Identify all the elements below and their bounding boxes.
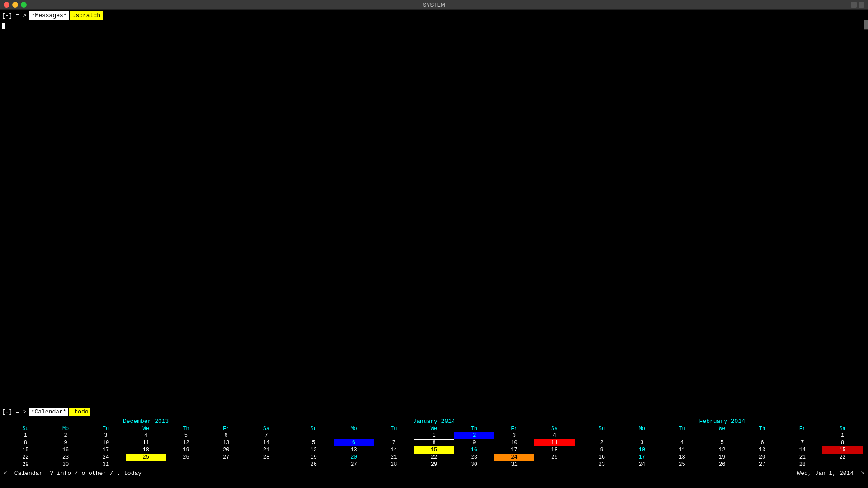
minimize-button[interactable]	[12, 2, 18, 8]
cal-cell[interactable]: 12	[293, 446, 334, 454]
cal-cell[interactable]: 28	[246, 454, 287, 461]
cal-cell[interactable]: 20	[742, 454, 783, 461]
cal-cell[interactable]: 1	[822, 432, 863, 439]
cal-cell[interactable]: 3	[494, 432, 534, 439]
cal-nav-prev[interactable]: <	[4, 470, 7, 477]
cal-cell[interactable]: 19	[293, 454, 334, 461]
cal-cell[interactable]: 2	[582, 439, 622, 446]
cal-cell[interactable]: 15	[5, 446, 46, 454]
cal-cell[interactable]: 30	[454, 461, 494, 468]
cal-cell[interactable]: 4	[126, 432, 166, 439]
cal-cell[interactable]: 14	[782, 446, 822, 454]
cal-cell[interactable]: 13	[334, 446, 374, 454]
cal-cell[interactable]: 22	[822, 454, 863, 461]
cal-cell[interactable]: 25	[534, 454, 575, 461]
cal-cell-jan2[interactable]: 2	[454, 432, 494, 439]
cal-cell-feb15[interactable]: 15	[822, 446, 863, 454]
cal-cell[interactable]: 27	[206, 454, 246, 461]
cal-cell[interactable]: 18	[126, 446, 166, 454]
cal-cell[interactable]: 26	[166, 454, 206, 461]
cal-cell[interactable]: 21	[782, 454, 822, 461]
cal-cell[interactable]: 10	[86, 439, 126, 446]
cal-cell[interactable]: 18	[534, 446, 575, 454]
cal-cell[interactable]: 11	[126, 439, 166, 446]
cal-cell[interactable]: 25	[662, 461, 702, 468]
cal-cell[interactable]: 1	[5, 432, 46, 439]
tab-messages[interactable]: *Messages*	[29, 11, 69, 20]
cal-cell[interactable]: 8	[414, 439, 454, 446]
scrollbar-thumb[interactable]	[864, 20, 868, 29]
cal-cell-dec25[interactable]: 25	[126, 454, 166, 461]
cal-cell-feb17[interactable]: 17	[622, 454, 662, 461]
maximize-button[interactable]	[21, 2, 27, 8]
cal-cell[interactable]: 9	[582, 446, 622, 454]
cal-cell[interactable]: 28	[374, 461, 414, 468]
cal-cell[interactable]: 30	[46, 461, 86, 468]
cal-cell[interactable]: 22	[414, 454, 454, 461]
cal-cell[interactable]: 12	[702, 446, 742, 454]
cal-cell[interactable]: 18	[662, 454, 702, 461]
cal-cell[interactable]: 8	[5, 439, 46, 446]
cal-cell[interactable]: 11	[662, 446, 702, 454]
cal-cell[interactable]: 10	[494, 439, 534, 446]
cal-cell[interactable]: 19	[702, 454, 742, 461]
cal-cell[interactable]: 2	[46, 432, 86, 439]
cal-cell[interactable]: 24	[622, 461, 662, 468]
cal-cell-jan11[interactable]: 11	[534, 439, 575, 446]
cal-cell[interactable]: 7	[246, 432, 287, 439]
tab-scratch[interactable]: .scratch	[70, 11, 103, 20]
cal-cell-jan1[interactable]: 1	[414, 432, 454, 439]
cal-cell-jan15[interactable]: 15	[414, 446, 454, 454]
cal-cell[interactable]: 27	[334, 461, 374, 468]
cal-nav-next[interactable]: >	[861, 470, 864, 477]
cal-cell[interactable]: 29	[414, 461, 454, 468]
cal-cell[interactable]: 7	[374, 439, 414, 446]
cal-cell[interactable]: 5	[166, 432, 206, 439]
cal-cell[interactable]: 21	[246, 446, 287, 454]
cal-cell[interactable]: 8	[822, 439, 863, 446]
cal-cell[interactable]: 6	[206, 432, 246, 439]
editor-cursor-line[interactable]	[0, 21, 868, 30]
cal-cell[interactable]: 23	[46, 454, 86, 461]
cal-cell[interactable]: 19	[166, 446, 206, 454]
cal-cell[interactable]: 20	[206, 446, 246, 454]
tab-todo[interactable]: .todo	[69, 408, 90, 416]
cal-cell[interactable]: 13	[206, 439, 246, 446]
cal-cell[interactable]: 24	[86, 454, 126, 461]
cal-cell[interactable]: 7	[782, 439, 822, 446]
cal-cell-jan20[interactable]: 20	[334, 454, 374, 461]
cal-cell[interactable]: 22	[5, 454, 46, 461]
cal-cell[interactable]: 26	[702, 461, 742, 468]
cal-cell[interactable]: 29	[5, 461, 46, 468]
cal-cell[interactable]: 28	[782, 461, 822, 468]
cal-cell[interactable]: 16	[582, 454, 622, 461]
cal-cell[interactable]: 3	[86, 432, 126, 439]
cal-cell[interactable]: 14	[246, 439, 287, 446]
cal-cell[interactable]: 17	[494, 446, 534, 454]
tab-calendar[interactable]: *Calendar*	[29, 408, 68, 416]
cal-cell[interactable]: 4	[662, 439, 702, 446]
cal-cell[interactable]: 6	[742, 439, 783, 446]
cal-cell[interactable]: 13	[742, 446, 783, 454]
cal-cell[interactable]: 31	[86, 461, 126, 468]
cal-cell[interactable]: 23	[454, 454, 494, 461]
cal-cell[interactable]: 4	[534, 432, 575, 439]
main-editor-area[interactable]	[0, 30, 868, 470]
cal-cell-jan24[interactable]: 24	[494, 454, 534, 461]
cal-cell[interactable]: 31	[494, 461, 534, 468]
cal-cell[interactable]: 16	[46, 446, 86, 454]
cal-cell[interactable]: 12	[166, 439, 206, 446]
cal-cell[interactable]: 27	[742, 461, 783, 468]
cal-cell[interactable]: 17	[86, 446, 126, 454]
cal-cell-jan6[interactable]: 6	[334, 439, 374, 446]
cal-cell[interactable]: 14	[374, 446, 414, 454]
close-button[interactable]	[4, 2, 9, 8]
cal-cell[interactable]: 9	[454, 439, 494, 446]
cal-cell[interactable]: 5	[702, 439, 742, 446]
cal-cell-feb10[interactable]: 10	[622, 446, 662, 454]
cal-cell-jan16[interactable]: 16	[454, 446, 494, 454]
cal-cell[interactable]: 3	[622, 439, 662, 446]
cal-cell[interactable]: 5	[293, 439, 334, 446]
cal-cell[interactable]: 21	[374, 454, 414, 461]
cal-cell[interactable]: 26	[293, 461, 334, 468]
